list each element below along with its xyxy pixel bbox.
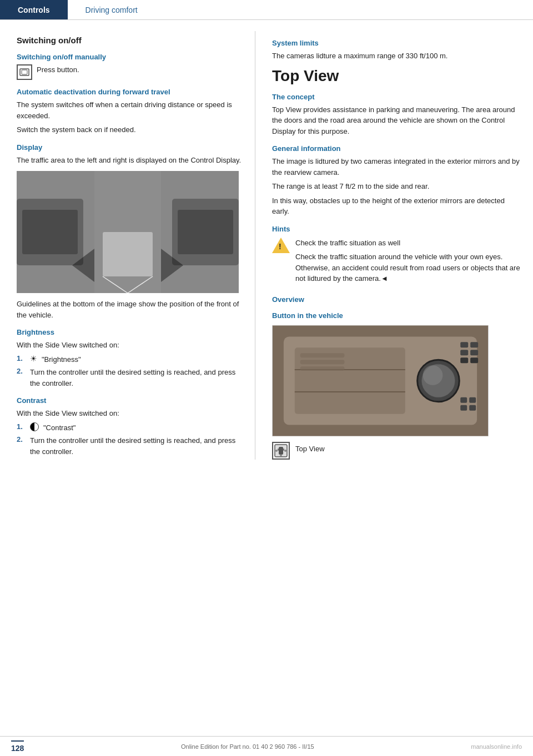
brightness-subtitle: Brightness bbox=[17, 328, 244, 336]
display-image-inner bbox=[17, 171, 239, 293]
contrast-step1-text: "Contrast" bbox=[43, 422, 76, 434]
display-caption: Guidelines at the bottom of the image sh… bbox=[17, 299, 244, 320]
brightness-step2: 2. Turn the controller until the desired… bbox=[17, 367, 244, 389]
tab-controls-label: Controls bbox=[18, 6, 50, 14]
topview-icon-label: Top View bbox=[295, 443, 325, 455]
svg-rect-31 bbox=[469, 405, 476, 410]
display-image-svg bbox=[17, 171, 239, 293]
overview-subtitle: Overview bbox=[272, 295, 522, 304]
general-info-subtitle: General information bbox=[272, 144, 522, 153]
watermark: manualsonline.info bbox=[471, 743, 522, 750]
svg-rect-26 bbox=[460, 357, 468, 363]
svg-point-39 bbox=[275, 450, 278, 452]
hints-box: Check the traffic situation as well Chec… bbox=[272, 238, 522, 288]
general-info-text3: In this way, obstacles up to the height … bbox=[272, 195, 522, 217]
contrast-step2: 2. Turn the controller until the desired… bbox=[17, 435, 244, 457]
auto-deact-subtitle: Automatic deactivation during forward tr… bbox=[17, 88, 244, 96]
topview-icon-svg bbox=[274, 443, 288, 458]
button-vehicle-svg bbox=[273, 325, 488, 436]
display-image bbox=[17, 171, 239, 293]
display-text: The traffic area to the left and right i… bbox=[17, 155, 244, 166]
svg-rect-22 bbox=[460, 342, 468, 347]
svg-rect-24 bbox=[460, 350, 468, 355]
switching-manual-text: Press button. bbox=[37, 64, 79, 75]
contrast-step1: 1. "Contrast" bbox=[17, 422, 244, 434]
general-info-text1: The image is lidtured by two cameras int… bbox=[272, 156, 522, 178]
svg-point-40 bbox=[284, 450, 286, 452]
switching-manual-subtitle: Switching on/off manually bbox=[17, 53, 244, 61]
svg-rect-34 bbox=[300, 366, 345, 371]
contrast-text: With the Side View switched on: bbox=[17, 408, 244, 419]
svg-point-21 bbox=[423, 365, 443, 385]
button-icon-svg bbox=[19, 67, 30, 78]
header-tabs: Controls Driving comfort bbox=[0, 0, 533, 20]
left-column: Switching on/off Switching on/off manual… bbox=[0, 31, 255, 460]
the-concept-subtitle: The concept bbox=[272, 93, 522, 101]
svg-rect-8 bbox=[103, 232, 153, 276]
svg-rect-1 bbox=[22, 70, 27, 74]
tab-controls[interactable]: Controls bbox=[0, 0, 68, 19]
svg-rect-32 bbox=[300, 353, 345, 357]
tab-driving-comfort[interactable]: Driving comfort bbox=[68, 0, 155, 19]
tab-driving-comfort-label: Driving comfort bbox=[86, 6, 138, 14]
svg-rect-30 bbox=[460, 405, 467, 410]
switching-title: Switching on/off bbox=[17, 36, 244, 45]
topview-icon-row: Top View bbox=[272, 442, 522, 460]
system-limits-subtitle: System limits bbox=[272, 39, 522, 47]
svg-rect-25 bbox=[470, 350, 478, 355]
svg-rect-29 bbox=[469, 397, 476, 402]
brightness-step2-num: 2. bbox=[17, 367, 28, 375]
auto-deact-text2: Switch the system back on if needed. bbox=[17, 124, 244, 135]
hints-subtitle: Hints bbox=[272, 225, 522, 233]
contrast-step1-num: 1. bbox=[17, 422, 28, 431]
brightness-text: With the Side View switched on: bbox=[17, 340, 244, 351]
top-view-title: Top View bbox=[272, 67, 522, 85]
button-in-vehicle-subtitle: Button in the vehicle bbox=[272, 311, 522, 320]
svg-rect-6 bbox=[178, 210, 233, 254]
svg-rect-37 bbox=[278, 448, 279, 451]
svg-rect-36 bbox=[279, 447, 283, 455]
page-number: 128 bbox=[11, 740, 24, 753]
footer-text: Online Edition for Part no. 01 40 2 960 … bbox=[181, 743, 314, 750]
main-content: Switching on/off Switching on/off manual… bbox=[0, 20, 533, 482]
the-concept-text: Top View provides assistance in parking … bbox=[272, 104, 522, 137]
svg-rect-28 bbox=[460, 397, 467, 402]
button-vehicle-image bbox=[272, 325, 489, 436]
button-icon bbox=[17, 64, 32, 80]
page-footer: 128 Online Edition for Part no. 01 40 2 … bbox=[0, 736, 533, 756]
display-subtitle: Display bbox=[17, 143, 244, 152]
svg-point-41 bbox=[280, 455, 282, 457]
hints-text-block: Check the traffic situation as well Chec… bbox=[295, 238, 522, 288]
hints-warning-text2: Check the traffic situation around the v… bbox=[295, 251, 522, 284]
general-info-text2: The range is at least 7 ft/2 m to the si… bbox=[272, 181, 522, 192]
svg-rect-33 bbox=[300, 360, 345, 364]
svg-rect-27 bbox=[470, 357, 478, 363]
svg-rect-4 bbox=[22, 210, 78, 254]
brightness-step1-text: "Brightness" bbox=[42, 354, 81, 365]
svg-rect-38 bbox=[283, 448, 284, 451]
brightness-step1: 1. ☀ "Brightness" bbox=[17, 354, 244, 365]
svg-rect-15 bbox=[295, 347, 405, 414]
brightness-step1-num: 1. bbox=[17, 354, 28, 362]
contrast-step2-text: Turn the controller until the desired se… bbox=[30, 435, 244, 457]
hints-warning-text1: Check the traffic situation as well bbox=[295, 238, 522, 249]
contrast-icon bbox=[30, 422, 39, 431]
topview-icon-box bbox=[272, 442, 290, 460]
switching-manual-row: Press button. bbox=[17, 64, 244, 80]
sun-icon: ☀ bbox=[30, 354, 37, 363]
warning-triangle-icon bbox=[272, 238, 290, 253]
auto-deact-text1: The system switches off when a certain d… bbox=[17, 99, 244, 121]
system-limits-text: The cameras lidture a maximum range of 3… bbox=[272, 51, 522, 62]
right-column: System limits The cameras lidture a maxi… bbox=[255, 31, 533, 460]
contrast-step2-num: 2. bbox=[17, 435, 28, 443]
contrast-subtitle: Contrast bbox=[17, 396, 244, 405]
brightness-step2-text: Turn the controller until the desired se… bbox=[30, 367, 244, 389]
svg-rect-23 bbox=[470, 342, 478, 347]
